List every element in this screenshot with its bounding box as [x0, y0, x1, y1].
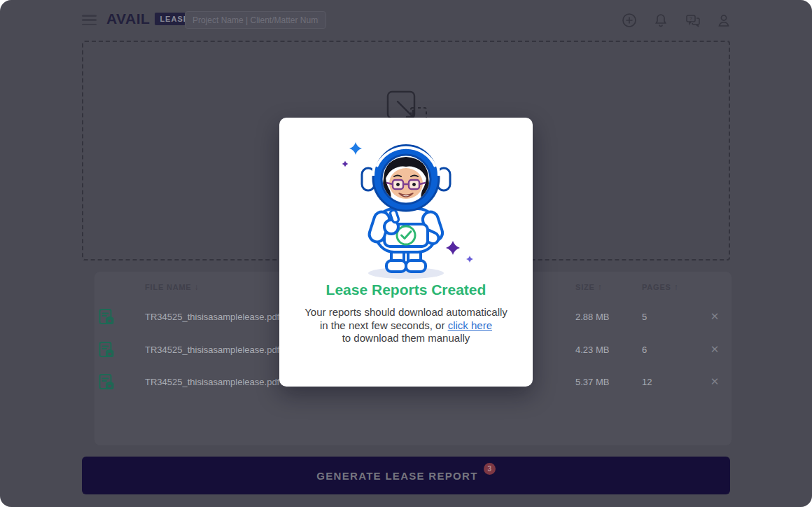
modal-title: Lease Reports Created	[279, 282, 533, 298]
modal-body-line1: Your reports should download automatical…	[304, 306, 507, 318]
astronaut-illustration	[332, 141, 479, 280]
sparkle-icon	[466, 256, 473, 263]
sparkle-icon	[342, 161, 349, 167]
modal-body-text: Your reports should download automatical…	[279, 306, 533, 345]
modal-body-line2: in the next few seconds, or	[320, 319, 448, 331]
lease-reports-created-modal: Lease Reports Created Your reports shoul…	[279, 118, 533, 387]
sparkle-icon	[446, 241, 460, 255]
download-manually-link[interactable]: click here	[448, 319, 492, 331]
modal-body-line3: to download them manually	[342, 332, 470, 344]
sparkle-icon	[349, 142, 362, 155]
app-window: AVAIL LEASE ?	[0, 0, 812, 507]
